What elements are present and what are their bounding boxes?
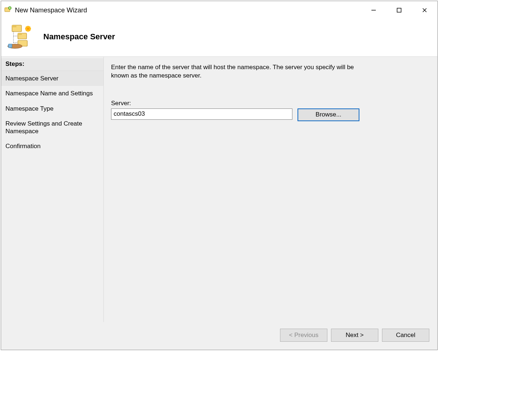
cancel-button[interactable]: Cancel — [382, 329, 429, 342]
maximize-button[interactable] — [386, 1, 412, 19]
svg-rect-3 — [397, 8, 401, 12]
previous-button: < Previous — [280, 329, 327, 342]
window-title: New Namespace Wizard — [15, 7, 87, 14]
steps-heading: Steps: — [1, 58, 103, 71]
close-button[interactable] — [412, 1, 437, 19]
next-button[interactable]: Next > — [331, 329, 378, 342]
wizard-tree-icon — [7, 24, 33, 50]
wizard-window: New Namespace Wizard — [1, 1, 438, 350]
step-namespace-type[interactable]: Namespace Type — [1, 101, 103, 116]
svg-rect-1 — [5, 8, 7, 9]
page-title: Namespace Server — [43, 32, 115, 41]
steps-sidebar: Steps: Namespace Server Namespace Name a… — [1, 57, 104, 322]
step-namespace-name[interactable]: Namespace Name and Settings — [1, 86, 103, 101]
minimize-button[interactable] — [361, 1, 386, 19]
wizard-content: Enter the name of the server that will h… — [104, 57, 437, 322]
instruction-text: Enter the name of the server that will h… — [111, 63, 359, 95]
wizard-footer: < Previous Next > Cancel — [1, 322, 437, 350]
window-controls — [361, 1, 437, 19]
server-field-label: Server: — [111, 100, 429, 107]
svg-rect-8 — [18, 33, 22, 35]
svg-rect-5 — [12, 25, 16, 27]
step-namespace-server[interactable]: Namespace Server — [1, 71, 103, 86]
wizard-body: Steps: Namespace Server Namespace Name a… — [1, 56, 437, 322]
browse-button[interactable]: Browse... — [298, 108, 359, 121]
wizard-header: Namespace Server — [1, 19, 437, 56]
titlebar: New Namespace Wizard — [1, 1, 437, 19]
step-review-create[interactable]: Review Settings and Create Namespace — [1, 116, 103, 139]
wizard-app-icon — [4, 6, 12, 14]
step-confirmation[interactable]: Confirmation — [1, 139, 103, 154]
svg-rect-11 — [8, 44, 12, 48]
server-input[interactable] — [111, 108, 292, 120]
